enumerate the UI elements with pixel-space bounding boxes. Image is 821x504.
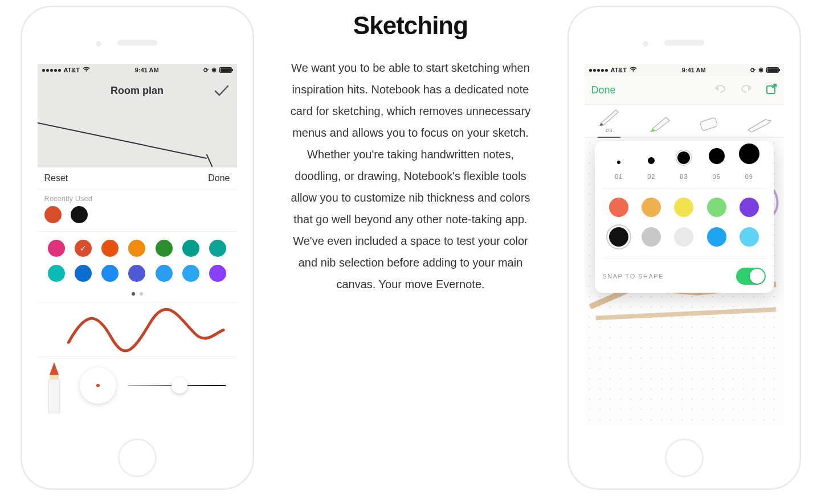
brush-size-label: 05 xyxy=(713,173,721,180)
status-bar: AT&T 9:41 AM ⟳ ✱ xyxy=(38,64,237,76)
carrier-label: AT&T xyxy=(64,67,80,73)
sketch-tool-bar: 03 xyxy=(585,105,784,138)
redo-icon[interactable] xyxy=(740,84,753,97)
svg-marker-7 xyxy=(601,110,618,125)
phone-screen-right: AT&T 9:41 AM ⟳ ✱ Done xyxy=(585,64,784,426)
brush-size-option[interactable]: 05 xyxy=(703,148,730,180)
palette-color-swatch[interactable]: ✓ xyxy=(75,240,92,257)
palette-color-swatch[interactable] xyxy=(182,265,199,282)
bluetooth-icon: ✱ xyxy=(758,67,763,74)
palette-color-swatch[interactable] xyxy=(156,240,173,257)
palette-color-swatch[interactable] xyxy=(128,265,145,282)
stroke-test-area[interactable] xyxy=(38,302,237,357)
brush-color-swatch[interactable] xyxy=(674,198,693,217)
brush-color-swatch[interactable] xyxy=(707,227,726,247)
orientation-lock-icon: ⟳ xyxy=(750,67,755,74)
palette-color-swatch[interactable] xyxy=(128,240,145,257)
brush-color-swatch[interactable] xyxy=(674,227,693,247)
signal-icon xyxy=(589,69,608,72)
phone-bezel-top xyxy=(22,7,253,64)
palette-color-swatch[interactable] xyxy=(75,265,92,282)
feature-heading: Sketching xyxy=(288,11,533,40)
palette-row xyxy=(43,265,231,282)
phone-screen-left: AT&T 9:41 AM ⟳ ✱ Room plan xyxy=(38,64,237,426)
palette-page-dots[interactable] xyxy=(43,290,231,299)
nib-tools-row xyxy=(38,357,237,413)
phone-mockup-right: AT&T 9:41 AM ⟳ ✱ Done xyxy=(567,6,801,490)
sketch-canvas-preview[interactable] xyxy=(38,105,237,167)
snap-to-shape-toggle[interactable] xyxy=(736,268,766,285)
palette-color-swatch[interactable] xyxy=(209,240,226,257)
brush-color-swatch[interactable] xyxy=(642,198,661,217)
bluetooth-icon: ✱ xyxy=(211,67,217,74)
phone-camera-dot xyxy=(96,41,101,47)
recent-color-swatch[interactable] xyxy=(71,206,88,223)
brush-size-option[interactable]: 09 xyxy=(736,144,763,180)
pencil-tool[interactable]: 03 xyxy=(592,107,626,133)
palette-color-swatch[interactable] xyxy=(48,265,65,282)
nib-size-preview[interactable] xyxy=(80,367,116,404)
done-button[interactable]: Done xyxy=(591,84,616,96)
home-button[interactable] xyxy=(118,439,157,477)
palette-color-swatch[interactable] xyxy=(182,240,199,257)
phone-speaker xyxy=(664,40,704,46)
brush-size-option[interactable]: 03 xyxy=(670,151,697,180)
brush-size-dot-icon xyxy=(709,148,725,164)
brush-color-swatch[interactable] xyxy=(609,198,628,217)
recently-used-label: Recently Used xyxy=(38,190,237,204)
brush-size-dot-icon xyxy=(739,144,759,164)
export-icon[interactable] xyxy=(766,83,777,97)
brush-color-swatch[interactable] xyxy=(707,198,726,217)
phone-bezel-top xyxy=(569,7,800,64)
palette-color-swatch[interactable] xyxy=(101,265,119,282)
status-bar: AT&T 9:41 AM ⟳ ✱ xyxy=(585,64,784,76)
clock-label: 9:41 AM xyxy=(682,67,706,73)
nib-size-slider[interactable] xyxy=(128,385,226,386)
svg-marker-9 xyxy=(652,117,669,131)
brush-size-option[interactable]: 01 xyxy=(605,161,632,180)
brush-color-swatch[interactable] xyxy=(740,227,759,247)
svg-rect-3 xyxy=(48,379,60,413)
phone-speaker xyxy=(117,40,157,46)
recent-color-swatch[interactable] xyxy=(44,206,62,223)
palette-color-swatch[interactable] xyxy=(48,240,65,257)
brush-size-dot-icon xyxy=(648,157,655,164)
highlighter-tool[interactable] xyxy=(642,114,676,133)
palette-color-swatch[interactable] xyxy=(101,240,119,257)
palette-color-swatch[interactable] xyxy=(209,265,226,282)
battery-icon xyxy=(766,67,779,73)
done-button[interactable]: Done xyxy=(208,173,230,183)
home-button[interactable] xyxy=(665,439,704,477)
tool-size-label: 03 xyxy=(606,128,612,133)
feature-paragraph: We want you to be able to start sketchin… xyxy=(288,57,533,295)
brush-size-dot-icon xyxy=(677,151,690,164)
eraser-tool[interactable] xyxy=(692,116,726,133)
brush-color-swatch[interactable] xyxy=(609,227,628,247)
wifi-icon xyxy=(630,67,637,73)
pencil-tool-icon[interactable] xyxy=(40,357,68,413)
feature-description: Sketching We want you to be able to star… xyxy=(288,6,533,295)
orientation-lock-icon: ⟳ xyxy=(203,67,209,74)
palette-color-swatch[interactable] xyxy=(156,265,173,282)
brush-size-dot-icon xyxy=(617,161,620,164)
color-palette: ✓ xyxy=(38,232,237,302)
clock-label: 9:41 AM xyxy=(135,67,159,73)
brush-color-row xyxy=(603,227,766,247)
svg-line-0 xyxy=(38,122,207,158)
confirm-check-icon[interactable] xyxy=(214,84,229,100)
brush-color-row xyxy=(603,198,766,217)
reset-button[interactable]: Reset xyxy=(44,173,68,183)
svg-marker-2 xyxy=(50,375,59,379)
recently-used-row xyxy=(38,204,237,232)
pen-tool[interactable] xyxy=(742,116,776,133)
brush-color-swatch[interactable] xyxy=(740,198,759,217)
undo-icon[interactable] xyxy=(713,84,727,97)
note-title: Room plan xyxy=(111,85,164,97)
sketch-canvas[interactable]: ? 0102030509 SNAP TO SHAPE xyxy=(585,138,784,426)
slider-knob[interactable] xyxy=(171,378,187,394)
brush-size-option[interactable]: 02 xyxy=(638,157,665,180)
brush-size-label: 01 xyxy=(615,173,623,180)
brush-color-swatch[interactable] xyxy=(642,227,661,247)
signal-icon xyxy=(42,69,61,72)
phone-camera-dot xyxy=(643,41,648,47)
